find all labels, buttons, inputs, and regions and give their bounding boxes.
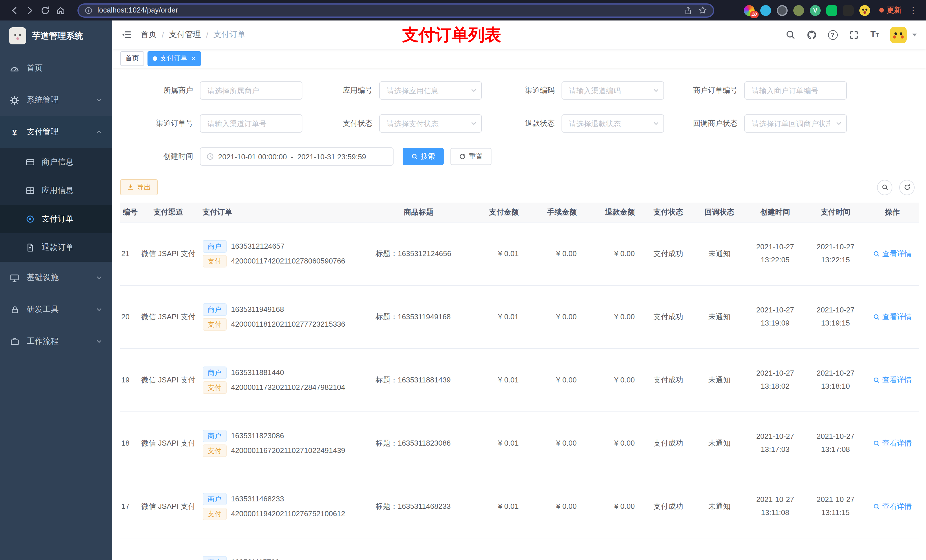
cell-actions: 查看详情 — [865, 285, 919, 348]
col-header-pay-time: 支付时间 — [805, 202, 865, 222]
cell-pay-status: 支付成功 — [643, 222, 694, 285]
merchant-order-no-input[interactable] — [744, 82, 847, 100]
create-time-range-picker[interactable]: 2021-10-01 00:00:00 - 2021-10-31 23:59:5… — [200, 147, 393, 166]
sidebar-item-merchant-info[interactable]: 商户信息 — [0, 148, 112, 177]
cell-actions: 查看详情 — [865, 475, 919, 538]
reset-button[interactable]: 重置 — [451, 148, 492, 165]
chevron-down-icon — [96, 338, 103, 345]
pay-status-select[interactable] — [379, 115, 482, 133]
breadcrumb-payment[interactable]: 支付管理 — [169, 30, 201, 40]
extension-pin-icon[interactable] — [843, 5, 854, 16]
cell-pay-status: 支付成功 — [643, 348, 694, 412]
extension-leaf-icon[interactable] — [793, 5, 804, 16]
cell-refund-amount: ¥ 0.00 — [585, 475, 643, 538]
sidebar-item-devtools[interactable]: 研发工具 — [0, 294, 112, 326]
view-detail-link[interactable]: 查看详情 — [873, 438, 912, 448]
browser-extensions-area: 10 V 更新 ⋮ — [744, 5, 919, 16]
cell-pay-order: 商户 1635311881440 支付 42000011732021102728… — [199, 348, 368, 412]
bookmark-star-icon[interactable] — [698, 6, 707, 15]
extension-wechat-icon[interactable] — [826, 5, 837, 16]
col-header-create-time: 创建时间 — [745, 202, 805, 222]
cell-pay-amount — [469, 538, 527, 560]
cell-pay-status: 支付成功 — [643, 285, 694, 348]
refresh-table-button[interactable] — [899, 180, 915, 195]
user-caret-icon[interactable] — [912, 33, 917, 36]
sidebar-toggle-icon[interactable] — [112, 21, 141, 49]
address-bar[interactable]: localhost:1024/pay/order — [77, 3, 714, 17]
cell-product-title: 标题：1635311468233 — [369, 475, 469, 538]
github-icon[interactable] — [806, 29, 817, 41]
sidebar-item-payment[interactable]: ¥ 支付管理 — [0, 116, 112, 148]
cell-pay-time: 2021-10-2713:19:15 — [805, 285, 865, 348]
cell-pay-amount: ¥ 0.01 — [469, 222, 527, 285]
sidebar-item-workflow[interactable]: 工作流程 — [0, 326, 112, 358]
cell-product-title: 标题：1635311949168 — [369, 285, 469, 348]
cell-fee-amount: ¥ 0.00 — [527, 412, 585, 475]
tab-pay-order[interactable]: 支付订单 × — [147, 51, 201, 66]
card-icon — [25, 157, 35, 167]
lock-icon — [10, 305, 20, 314]
channel-code-select[interactable] — [561, 82, 664, 100]
gear-icon — [10, 95, 20, 105]
browser-chrome: localhost:1024/pay/order 10 V — [0, 0, 926, 21]
merchant-input[interactable] — [200, 82, 303, 100]
cell-id: 18 — [120, 412, 138, 475]
cell-create-time: 2021-10-2713:18:02 — [745, 348, 805, 412]
app-title: 芋道管理系统 — [32, 30, 83, 41]
view-detail-link[interactable]: 查看详情 — [873, 375, 912, 385]
col-header-refund: 退款金额 — [585, 202, 643, 222]
logo-avatar — [9, 27, 26, 44]
extension-globe-icon[interactable] — [777, 5, 788, 16]
cell-pay-time: 2021-10-2713:17:08 — [805, 412, 865, 475]
sidebar-item-refund-order[interactable]: 退款订单 — [0, 233, 112, 262]
extension-emoji-icon[interactable] — [859, 5, 870, 16]
view-detail-link[interactable]: 查看详情 — [873, 501, 912, 511]
view-detail-link[interactable]: 查看详情 — [873, 248, 912, 259]
view-detail-link[interactable]: 查看详情 — [873, 312, 912, 322]
export-button[interactable]: 导出 — [120, 179, 158, 195]
toggle-search-button[interactable] — [877, 180, 893, 195]
user-avatar[interactable] — [890, 26, 906, 43]
notify-status-select[interactable] — [744, 115, 847, 133]
refund-status-select[interactable] — [561, 115, 664, 133]
extension-badge: 10 — [750, 11, 758, 18]
update-dot-icon — [879, 8, 884, 12]
clock-icon — [206, 152, 214, 160]
fullscreen-icon[interactable] — [848, 29, 859, 41]
app-no-select[interactable] — [379, 82, 482, 100]
extension-grid-icon[interactable]: 10 — [744, 5, 755, 16]
merchant-tag: 商户 — [203, 303, 226, 315]
table-row: 19 微信 JSAPI 支付 商户 1635311881440 支付 42000… — [120, 348, 919, 412]
cell-pay-channel: 微信 JSAPI 支付 — [138, 285, 199, 348]
cell-product-title: 标题：1635311823086 — [369, 412, 469, 475]
channel-order-no-input[interactable] — [200, 115, 303, 133]
site-info-icon[interactable] — [84, 6, 93, 15]
browser-forward-icon[interactable] — [22, 3, 38, 18]
search-button[interactable]: 搜索 — [402, 148, 443, 165]
font-size-icon[interactable]: TT — [869, 29, 881, 41]
sidebar-item-system[interactable]: 系统管理 — [0, 84, 112, 116]
share-icon[interactable] — [684, 6, 693, 15]
app-logo[interactable]: 芋道管理系统 — [0, 21, 112, 51]
browser-refresh-icon[interactable] — [38, 3, 53, 18]
merchant-tag: 商户 — [203, 429, 226, 442]
navbar-actions: ? TT — [785, 26, 926, 43]
sidebar-item-infra[interactable]: 基础设施 — [0, 262, 112, 294]
extension-vue-devtools-icon[interactable]: V — [810, 5, 821, 16]
browser-back-icon[interactable] — [7, 3, 22, 18]
help-icon[interactable]: ? — [827, 29, 838, 41]
extension-drop-icon[interactable] — [760, 5, 771, 16]
sidebar-item-home[interactable]: 首页 — [0, 52, 112, 84]
cell-product-title: 标题：1635311881439 — [369, 348, 469, 412]
target-icon — [25, 214, 35, 224]
sidebar-item-app-info[interactable]: 应用信息 — [0, 177, 112, 205]
tab-home[interactable]: 首页 — [120, 51, 144, 66]
breadcrumb-home[interactable]: 首页 — [141, 30, 157, 40]
browser-home-icon[interactable] — [53, 3, 68, 18]
table-row: 18 微信 JSAPI 支付 商户 1635311823086 支付 42000… — [120, 412, 919, 475]
tab-close-icon[interactable]: × — [191, 54, 196, 62]
browser-update-button[interactable]: 更新 — [879, 5, 902, 15]
search-icon[interactable] — [785, 29, 796, 41]
browser-menu-icon[interactable]: ⋮ — [907, 5, 919, 15]
sidebar-item-pay-order[interactable]: 支付订单 — [0, 205, 112, 233]
